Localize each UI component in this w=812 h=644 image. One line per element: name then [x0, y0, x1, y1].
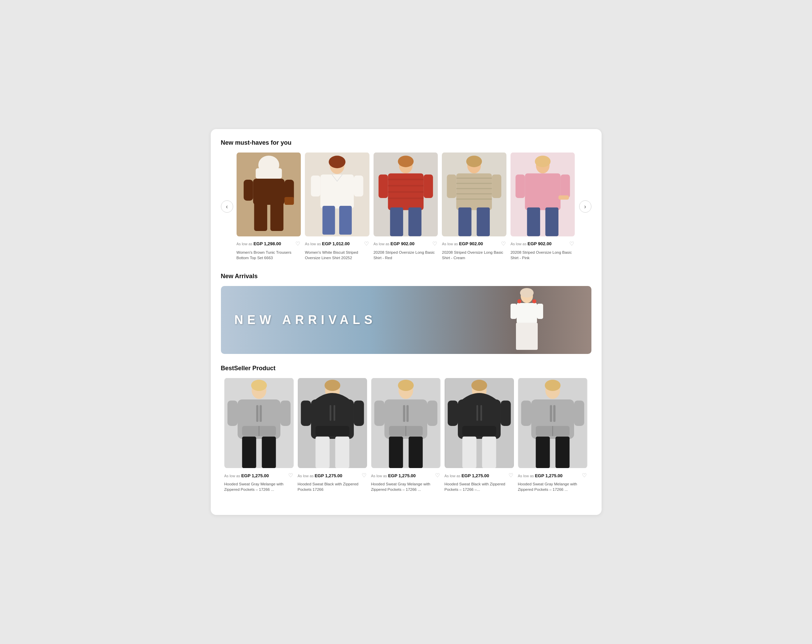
svg-rect-34: [456, 178, 492, 179]
svg-rect-47: [527, 207, 540, 236]
product-name: Hooded Sweat Gray Melange with Zippered …: [518, 481, 587, 492]
svg-rect-25: [388, 198, 423, 199]
product-image: [237, 152, 301, 236]
must-haves-carousel: ‹: [221, 152, 591, 260]
price-label: As low as: [511, 242, 528, 246]
svg-rect-93: [374, 400, 385, 426]
price-text: As low as EGP 1,275.00: [444, 472, 490, 479]
product-name: Hooded Sweat Black with Zippered Pockets…: [444, 481, 514, 492]
wishlist-button[interactable]: ♡: [434, 472, 441, 479]
svg-rect-6: [270, 202, 284, 231]
svg-rect-71: [280, 400, 290, 426]
svg-rect-36: [456, 188, 492, 189]
product-card[interactable]: As low as EGP 1,012.00 ♡ Women's White B…: [305, 152, 369, 260]
product-card[interactable]: As low as EGP 902.00 ♡ 20208 Striped Ove…: [374, 152, 438, 260]
price-value: EGP 1,275.00: [388, 473, 416, 478]
wishlist-button[interactable]: ♡: [363, 240, 369, 248]
price-row: As low as EGP 902.00 ♡: [374, 240, 438, 248]
svg-rect-104: [448, 400, 458, 426]
product-figure: [374, 152, 438, 236]
product-card[interactable]: As low as EGP 1,275.00 ♡ Hooded Sweat Gr…: [371, 378, 441, 492]
prev-button-must-haves[interactable]: ‹: [221, 200, 233, 213]
price-text: As low as EGP 1,275.00: [518, 472, 563, 479]
arrivals-figure: [490, 286, 564, 354]
svg-rect-59: [516, 323, 538, 350]
svg-point-85: [398, 380, 413, 391]
svg-rect-35: [456, 183, 492, 184]
product-card[interactable]: As low as EGP 902.00 ♡ 20208 Striped Ove…: [442, 152, 507, 260]
product-name: Women's Brown Tunic Trousers Bottom Top …: [237, 250, 301, 260]
svg-rect-24: [388, 191, 423, 193]
price-row: As low as EGP 1,012.00 ♡: [305, 240, 369, 248]
next-button-must-haves[interactable]: ›: [579, 200, 591, 213]
product-name: Hooded Sweat Black with Zippered Pockets…: [298, 481, 367, 492]
price-label: As low as: [442, 242, 459, 246]
svg-rect-80: [335, 437, 349, 468]
price-value: EGP 1,275.00: [315, 473, 342, 478]
svg-rect-68: [242, 437, 256, 468]
price-text: As low as EGP 902.00: [511, 241, 552, 247]
svg-rect-26: [390, 207, 403, 236]
product-figure: [511, 152, 575, 236]
svg-rect-22: [388, 179, 423, 181]
product-card[interactable]: As low as EGP 1,275.00 ♡ Hooded Sweat Bl…: [298, 378, 367, 492]
product-card[interactable]: As low as EGP 1,298.00 ♡ Women's Brown T…: [237, 152, 301, 260]
svg-point-20: [398, 156, 413, 167]
product-figure: [224, 378, 294, 468]
must-haves-track: As low as EGP 1,298.00 ♡ Women's Brown T…: [237, 152, 576, 260]
price-label: As low as: [237, 242, 253, 246]
wishlist-button[interactable]: ♡: [500, 240, 507, 248]
svg-point-97: [471, 380, 487, 391]
wishlist-button[interactable]: ♡: [569, 240, 575, 248]
product-card[interactable]: As low as EGP 1,275.00 ♡ Hooded Sweat Gr…: [518, 378, 587, 492]
arrivals-banner-text: NEW ARRIVALS: [235, 313, 377, 327]
svg-rect-28: [378, 175, 388, 198]
new-arrivals-title: New Arrivals: [221, 273, 591, 280]
bestseller-title: BestSeller Product: [221, 365, 591, 372]
product-figure: [444, 378, 514, 468]
svg-rect-50: [560, 175, 570, 198]
svg-rect-9: [284, 197, 294, 205]
svg-rect-37: [456, 193, 492, 195]
must-haves-section: New must-haves for you ‹: [221, 139, 591, 260]
svg-point-62: [251, 380, 267, 391]
svg-rect-115: [556, 437, 569, 468]
svg-rect-13: [321, 175, 354, 209]
price-value: EGP 902.00: [528, 241, 552, 246]
new-arrivals-section: New Arrivals NEW ARRIVALS: [221, 273, 591, 354]
price-text: As low as EGP 1,275.00: [298, 472, 343, 479]
product-image: [298, 378, 367, 468]
bestseller-section: BestSeller Product: [221, 365, 591, 492]
product-card[interactable]: As low as EGP 902.00 ♡ 20208 Striped Ove…: [511, 152, 575, 260]
svg-rect-23: [388, 185, 423, 187]
wishlist-button[interactable]: ♡: [508, 472, 514, 479]
svg-rect-77: [333, 405, 335, 421]
price-text: As low as EGP 1,012.00: [305, 241, 350, 247]
svg-rect-38: [456, 199, 492, 200]
svg-rect-82: [354, 400, 364, 426]
svg-rect-100: [480, 405, 482, 421]
price-value: EGP 902.00: [391, 241, 415, 246]
product-image: [511, 152, 575, 236]
bestseller-track: As low as EGP 1,275.00 ♡ Hooded Sweat Gr…: [224, 378, 588, 492]
svg-rect-102: [462, 437, 476, 468]
svg-rect-7: [243, 180, 253, 201]
wishlist-button[interactable]: ♡: [581, 472, 587, 479]
price-value: EGP 1,275.00: [241, 473, 269, 478]
product-name: Hooded Sweat Gray Melange with Zippered …: [371, 481, 441, 492]
price-label: As low as: [305, 242, 322, 246]
product-image: [442, 152, 507, 236]
price-text: As low as EGP 902.00: [442, 241, 483, 247]
wishlist-button[interactable]: ♡: [432, 240, 438, 248]
svg-rect-15: [339, 206, 352, 235]
price-text: As low as EGP 1,275.00: [371, 472, 416, 479]
wishlist-button[interactable]: ♡: [287, 472, 294, 479]
svg-rect-54: [517, 303, 537, 323]
svg-rect-87: [403, 405, 405, 422]
product-card[interactable]: As low as EGP 1,275.00 ♡ Hooded Sweat Gr…: [224, 378, 294, 492]
wishlist-button[interactable]: ♡: [361, 472, 367, 479]
wishlist-button[interactable]: ♡: [295, 240, 301, 248]
product-card[interactable]: As low as EGP 1,275.00 ♡ Hooded Sweat Bl…: [444, 378, 514, 492]
svg-rect-101: [462, 426, 496, 436]
product-image: [444, 378, 514, 468]
